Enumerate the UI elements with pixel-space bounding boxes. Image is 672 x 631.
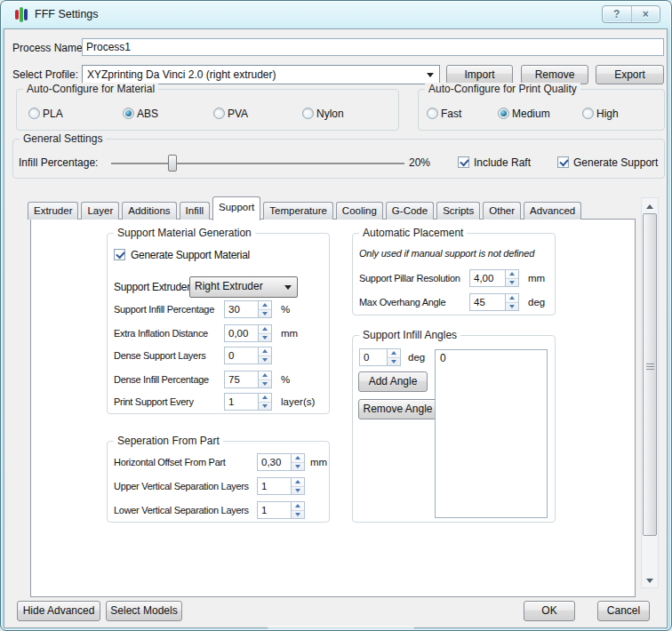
support-infill-percentage-spinbox[interactable]: 30 (224, 300, 272, 318)
tab-advanced[interactable]: Advanced (524, 202, 581, 220)
ok-button[interactable]: OK (524, 601, 575, 621)
spin-down-icon[interactable] (259, 309, 271, 318)
help-button[interactable]: ? (603, 6, 631, 22)
radio-pva-label[interactable]: PVA (228, 107, 248, 121)
tab-infill[interactable]: Infill (180, 202, 210, 220)
scroll-down-icon[interactable] (642, 572, 658, 587)
tab-temperature[interactable]: Temperature (263, 202, 333, 220)
spin-down-icon[interactable] (506, 278, 518, 287)
upper-vertical-separation-spinbox[interactable]: 1 (257, 477, 305, 495)
spin-buttons[interactable] (291, 478, 304, 494)
spin-up-icon[interactable] (259, 325, 271, 333)
infill-slider-track[interactable] (111, 163, 404, 164)
dense-infill-percentage-spinbox[interactable]: 75 (224, 371, 272, 388)
spin-value[interactable]: 75 (225, 371, 258, 387)
process-name-input[interactable]: Process1 (82, 38, 664, 56)
remove-angle-button[interactable]: Remove Angle (358, 399, 437, 419)
spin-up-icon[interactable] (388, 349, 400, 357)
spin-down-icon[interactable] (259, 333, 271, 342)
titlebar[interactable]: FFF Settings ? × (1, 1, 671, 28)
spin-value[interactable]: 1 (258, 502, 291, 518)
spin-value[interactable]: 0,00 (225, 325, 258, 341)
radio-pla[interactable] (28, 108, 40, 119)
spin-up-icon[interactable] (259, 394, 271, 402)
include-raft-checkbox[interactable] (458, 156, 469, 168)
support-extruder-combobox[interactable]: Right Extruder (189, 276, 298, 298)
tab-extruder[interactable]: Extruder (28, 202, 78, 220)
spin-up-icon[interactable] (259, 347, 271, 355)
import-button[interactable]: Import (446, 65, 513, 84)
spin-value[interactable]: 0 (360, 349, 387, 365)
spin-up-icon[interactable] (292, 502, 304, 510)
tab-additions[interactable]: Additions (122, 202, 176, 220)
spin-buttons[interactable] (291, 502, 304, 518)
radio-pla-label[interactable]: PLA (43, 107, 63, 121)
spin-up-icon[interactable] (292, 478, 304, 486)
spin-down-icon[interactable] (388, 357, 400, 366)
spin-value[interactable]: 30 (225, 301, 258, 317)
radio-fast[interactable] (427, 108, 438, 119)
spin-buttons[interactable] (291, 454, 304, 470)
scrollbar-thumb[interactable] (643, 213, 657, 536)
spin-up-icon[interactable] (259, 301, 271, 309)
spin-value[interactable]: 45 (470, 294, 505, 310)
spin-value[interactable]: 0 (225, 347, 258, 363)
max-overhang-angle-spinbox[interactable]: 45 (469, 293, 519, 311)
spin-buttons[interactable] (505, 294, 518, 310)
spin-buttons[interactable] (258, 325, 271, 341)
radio-abs-label[interactable]: ABS (137, 107, 158, 121)
print-support-every-spinbox[interactable]: 1 (224, 393, 272, 411)
add-angle-button[interactable]: Add Angle (358, 371, 428, 392)
radio-medium-label[interactable]: Medium (512, 107, 550, 121)
close-button[interactable]: × (631, 6, 660, 22)
scroll-up-icon[interactable] (642, 198, 658, 213)
spin-buttons[interactable] (258, 371, 271, 387)
spin-value[interactable]: 0,30 (258, 454, 291, 470)
spin-value[interactable]: 1 (225, 394, 258, 410)
lower-vertical-separation-spinbox[interactable]: 1 (257, 501, 305, 519)
spin-up-icon[interactable] (506, 270, 518, 278)
radio-nylon[interactable] (302, 108, 314, 119)
spin-value[interactable]: 4,00 (470, 270, 505, 286)
angles-listbox[interactable]: 0 (435, 349, 548, 518)
radio-nylon-label[interactable]: Nylon (316, 107, 344, 121)
radio-high[interactable] (582, 108, 594, 119)
spin-value[interactable]: 1 (258, 478, 291, 494)
spin-buttons[interactable] (387, 349, 400, 365)
tab-other[interactable]: Other (483, 202, 521, 220)
spin-down-icon[interactable] (292, 510, 304, 519)
remove-button[interactable]: Remove (521, 65, 588, 84)
spin-buttons[interactable] (258, 394, 271, 410)
spin-down-icon[interactable] (259, 355, 271, 364)
select-models-button[interactable]: Select Models (106, 601, 182, 621)
radio-fast-label[interactable]: Fast (441, 107, 461, 121)
radio-pva[interactable] (213, 108, 225, 119)
spin-buttons[interactable] (258, 301, 271, 317)
spin-buttons[interactable] (258, 347, 271, 363)
generate-support-material-checkbox[interactable] (114, 249, 125, 260)
horizontal-offset-spinbox[interactable]: 0,30 (257, 453, 305, 471)
infill-slider-handle[interactable] (168, 155, 177, 172)
spin-down-icon[interactable] (259, 379, 271, 388)
cancel-button[interactable]: Cancel (597, 601, 650, 621)
radio-medium[interactable] (498, 108, 509, 119)
spin-buttons[interactable] (505, 270, 518, 286)
tab-gcode[interactable]: G-Code (386, 202, 434, 220)
include-raft-label[interactable]: Include Raft (474, 156, 531, 170)
generate-support-label[interactable]: Generate Support (573, 156, 658, 170)
generate-support-checkbox[interactable] (557, 156, 569, 168)
export-button[interactable]: Export (596, 65, 664, 84)
tab-layer[interactable]: Layer (81, 202, 119, 220)
radio-abs[interactable] (123, 108, 134, 119)
generate-support-material-label[interactable]: Generate Support Material (131, 248, 250, 262)
spin-down-icon[interactable] (292, 462, 304, 471)
dense-support-layers-spinbox[interactable]: 0 (224, 347, 272, 364)
extra-inflation-distance-spinbox[interactable]: 0,00 (224, 324, 272, 342)
spin-up-icon[interactable] (259, 371, 271, 379)
spin-down-icon[interactable] (292, 486, 304, 495)
profile-combobox[interactable]: XYZprinting Da Vinci 2.0 (right extruder… (82, 65, 440, 84)
tab-support[interactable]: Support (212, 196, 260, 220)
tab-cooling[interactable]: Cooling (336, 202, 383, 220)
support-pillar-resolution-spinbox[interactable]: 4,00 (469, 269, 519, 287)
radio-high-label[interactable]: High (596, 107, 619, 121)
